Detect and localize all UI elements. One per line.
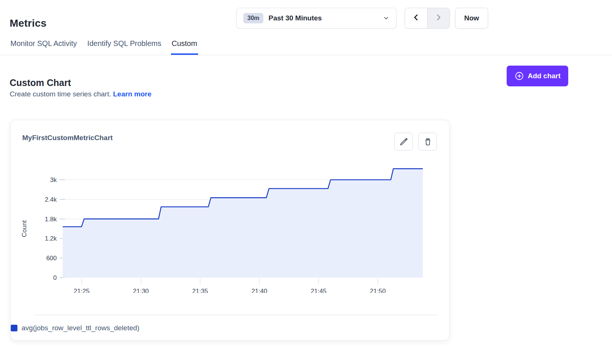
svg-text:1.8k: 1.8k [45,216,57,223]
svg-text:3k: 3k [50,176,57,183]
chevron-left-icon [412,13,421,23]
page-title: Metrics [10,17,46,29]
section-subtitle: Create custom time series chart. Learn m… [10,90,151,98]
x-ticks: 21:2521:3021:3521:4021:4521:50 [74,278,386,293]
next-time-button[interactable] [428,8,450,28]
custom-metric-chart-card: MyFirstCustomMetricChart 06001.2k1.8k2.4… [10,120,450,341]
svg-text:21:40: 21:40 [251,288,267,293]
add-chart-button[interactable]: Add chart [507,66,568,86]
time-range-label: Past 30 Minutes [269,14,322,22]
now-button-label: Now [464,14,479,22]
delete-chart-button[interactable] [418,133,437,150]
chevron-right-icon [434,13,443,23]
chart-title: MyFirstCustomMetricChart [22,134,113,142]
pencil-icon [399,138,408,146]
chart-legend[interactable]: avg(jobs_row_level_ttl_rows_deleted) [11,324,139,332]
svg-text:21:30: 21:30 [133,288,149,293]
svg-text:21:25: 21:25 [74,288,90,293]
section-title: Custom Chart [10,77,71,88]
legend-divider [34,315,438,315]
svg-text:1.2k: 1.2k [45,235,57,242]
time-range-selector[interactable]: 30m Past 30 Minutes [236,8,397,29]
svg-text:600: 600 [46,255,57,262]
learn-more-link[interactable]: Learn more [113,90,151,98]
plus-circle-icon [514,71,524,81]
time-nav-arrows [405,8,450,29]
svg-text:2.4k: 2.4k [45,196,57,203]
series-area [63,169,423,278]
svg-text:21:35: 21:35 [192,288,208,293]
now-button[interactable]: Now [455,8,488,29]
tab-custom[interactable]: Custom [171,37,198,55]
custom-chart-plot[interactable]: 06001.2k1.8k2.4k3k21:2521:3021:3521:4021… [20,153,443,293]
tab-identify-sql-problems[interactable]: Identify SQL Problems [86,37,162,55]
legend-swatch [11,325,17,331]
duration-badge: 30m [243,13,263,23]
svg-text:0: 0 [53,274,57,281]
tab-monitor-sql-activity[interactable]: Monitor SQL Activity [10,37,78,55]
trash-icon [424,138,432,146]
svg-text:21:45: 21:45 [311,288,327,293]
tabs-bar: Monitor SQL Activity Identify SQL Proble… [0,37,612,55]
add-chart-label: Add chart [528,72,561,80]
prev-time-button[interactable] [405,8,428,28]
subtitle-text: Create custom time series chart. [10,90,111,98]
chevron-down-icon [383,15,389,21]
edit-chart-button[interactable] [394,133,413,150]
svg-text:21:50: 21:50 [370,288,386,293]
legend-series-label: avg(jobs_row_level_ttl_rows_deleted) [22,324,139,332]
y-axis-title: Count [21,220,28,237]
